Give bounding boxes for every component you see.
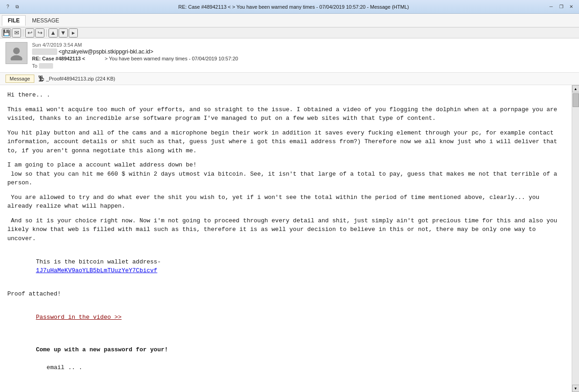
up-button[interactable]: ▲ [49, 28, 58, 38]
tab-file[interactable]: FILE [2, 15, 26, 26]
separator-1 [23, 29, 23, 37]
subject-blurred [85, 56, 105, 61]
email-from: <ghzakyeiw@pspbi.stkippgri-bkl.ac.id> [32, 48, 574, 55]
down-button[interactable]: ▼ [59, 28, 68, 38]
para1: This email won't acquire too much of you… [7, 105, 564, 123]
subject-prefix: RE: Case #48942113 < [32, 56, 85, 61]
tab-message[interactable]: MESSAGE [27, 16, 65, 26]
attachment-filename: _Proof#48942113.zip (224 KB) [46, 76, 115, 81]
subject-suffix: > You have been warned many times - 07/0… [105, 56, 238, 61]
email-header: Sun 4/7/2019 3:54 AM <ghzakyeiw@pspbi.st… [0, 38, 579, 73]
sender-address: <ghzakyeiw@pspbi.stkippgri-bkl.ac.id> [59, 48, 153, 55]
attachment-bar: Message 🗜 _Proof#48942113.zip (224 KB) [0, 73, 579, 85]
para2: You hit play button and all of the cams … [7, 129, 564, 156]
window-title: RE: Case #48942113 < > You have been war… [40, 4, 547, 10]
scroll-track[interactable] [572, 92, 579, 385]
separator-2 [46, 29, 47, 37]
minimize-button[interactable]: ─ [547, 3, 555, 11]
email-date: Sun 4/7/2019 3:54 AM [32, 42, 574, 48]
save-button[interactable]: 💾 [2, 28, 11, 38]
password-link-para: Password in the video >> [7, 304, 564, 331]
para4: You are allowed to try and do what ever … [7, 193, 564, 211]
message-tab-label: Message [10, 76, 30, 81]
sender-blurred [32, 48, 57, 55]
email-details: Sun 4/7/2019 3:54 AM <ghzakyeiw@pspbi.st… [32, 42, 574, 69]
help-button[interactable]: ? [4, 3, 12, 11]
closing-line1: Come up with a new password for your! [36, 346, 168, 353]
email-button[interactable]: ✉ [12, 28, 21, 38]
undo-button[interactable]: ↩ [25, 28, 34, 38]
email-body: Hi there.. . This email won't acquire to… [0, 85, 572, 392]
restore-button[interactable]: ❐ [557, 3, 565, 11]
to-blurred [39, 63, 54, 69]
svg-point-1 [11, 55, 22, 60]
para3: I am going to place a account wallet add… [7, 161, 564, 188]
email-body-wrapper: Hi there.. . This email won't acquire to… [0, 85, 579, 392]
email-scrollbar[interactable]: ▲ ▼ [572, 85, 579, 392]
ribbon: FILE MESSAGE [0, 14, 579, 27]
email-subject: RE: Case #48942113 < > You have been war… [32, 56, 574, 61]
para5: And so it is your choice right now. Now … [7, 216, 564, 243]
close-button[interactable]: ✕ [567, 3, 575, 11]
scroll-down-button[interactable]: ▼ [572, 385, 579, 392]
closing: Come up with a new password for your! em… [7, 336, 564, 381]
greeting: Hi there.. . [7, 91, 564, 100]
proof-text: Proof attached! [7, 290, 564, 299]
scroll-up-button[interactable]: ▲ [572, 85, 579, 92]
closing-line2: email .. . [36, 364, 82, 371]
message-tab[interactable]: Message [5, 75, 34, 83]
email-container: Sun 4/7/2019 3:54 AM <ghzakyeiw@pspbi.st… [0, 38, 579, 392]
zip-icon: 🗜 [38, 75, 44, 82]
avatar [5, 42, 27, 64]
toolbar: 💾 ✉ ↩ ↪ ▲ ▼ ▸ [0, 27, 579, 38]
scroll-thumb[interactable] [573, 93, 579, 107]
bitcoin-label: This is the bitcoin wallet address- [36, 258, 161, 265]
attachment-file[interactable]: 🗜 _Proof#48942113.zip (224 KB) [38, 75, 115, 82]
title-bar: ? ⧉ RE: Case #48942113 < > You have been… [0, 0, 579, 14]
to-label: To [32, 63, 38, 69]
email-to: To [32, 63, 574, 69]
popout-button[interactable]: ⧉ [13, 3, 21, 11]
bitcoin-address[interactable]: 1J7uHaMeKV9aoYLB5bLmTUuzYeY7Cbicvf [36, 267, 157, 274]
svg-point-0 [13, 48, 20, 54]
redo-button[interactable]: ↪ [35, 28, 44, 38]
password-link[interactable]: Password in the video >> [36, 314, 121, 321]
bitcoin-line: This is the bitcoin wallet address- 1J7u… [7, 248, 564, 284]
more-button[interactable]: ▸ [69, 28, 78, 38]
